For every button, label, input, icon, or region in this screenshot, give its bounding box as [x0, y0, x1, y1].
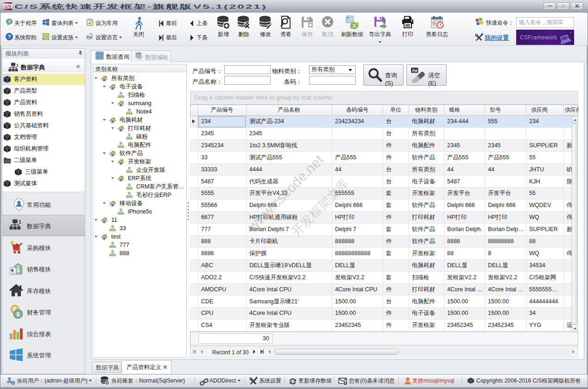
svg-text:Aa: Aa: [412, 68, 417, 73]
svg-text:?: ?: [8, 34, 11, 39]
svg-text:$: $: [16, 311, 20, 318]
svg-text:?: ?: [8, 19, 10, 24]
svg-text:1: 1: [16, 63, 19, 68]
svg-text:$: $: [16, 267, 20, 274]
svg-text:C/S: C/S: [4, 4, 11, 9]
svg-text:A: A: [86, 34, 89, 39]
svg-text:1: 1: [19, 219, 21, 225]
svg-text:B: B: [89, 35, 93, 40]
